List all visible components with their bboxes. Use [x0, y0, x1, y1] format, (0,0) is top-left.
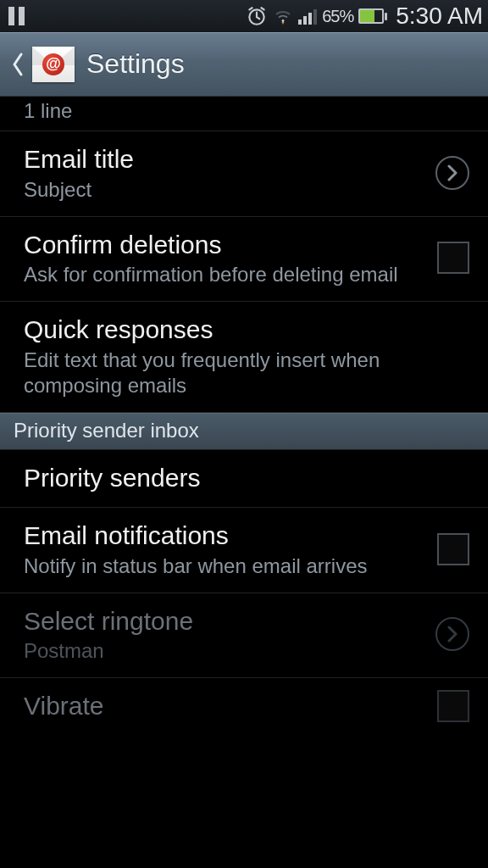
confirm-deletions-checkbox[interactable]: [437, 242, 469, 274]
vibrate-checkbox[interactable]: [437, 690, 469, 722]
email-notifications-checkbox[interactable]: [437, 533, 469, 565]
select-ringtone-label: Select ringtone: [24, 605, 425, 637]
battery-percent: 65%: [322, 7, 353, 26]
signal-icon: [298, 8, 317, 25]
priority-senders-row[interactable]: Priority senders: [0, 450, 488, 509]
chevron-right-icon: [435, 617, 469, 651]
status-clock: 5:30 AM: [396, 3, 483, 30]
quick-responses-label: Quick responses: [24, 314, 459, 346]
email-notifications-label: Email notifications: [24, 520, 427, 552]
confirm-deletions-row[interactable]: Confirm deletions Ask for confirmation b…: [0, 217, 488, 303]
prev-item-sub: 1 line: [24, 98, 459, 124]
chevron-right-icon: [435, 156, 469, 190]
vibrate-row[interactable]: Vibrate: [0, 678, 488, 736]
quick-responses-sub: Edit text that you frequently insert whe…: [24, 348, 459, 398]
select-ringtone-row[interactable]: Select ringtone Postman: [0, 593, 488, 679]
email-title-row[interactable]: Email title Subject: [0, 131, 488, 217]
confirm-deletions-label: Confirm deletions: [24, 229, 427, 261]
email-app-icon-symbol: @: [42, 53, 64, 75]
page-title: Settings: [86, 48, 185, 80]
battery-icon: [358, 8, 387, 24]
pause-icon: [5, 7, 25, 25]
email-notifications-sub: Notify in status bar when email arrives: [24, 554, 427, 579]
status-bar: 65% 5:30 AM: [0, 0, 488, 32]
prev-item-partial[interactable]: 1 line: [0, 97, 488, 131]
quick-responses-row[interactable]: Quick responses Edit text that you frequ…: [0, 302, 488, 413]
alarm-icon: [246, 5, 268, 27]
wifi-icon: [273, 6, 293, 26]
settings-list: 1 line Email title Subject Confirm delet…: [0, 97, 488, 736]
confirm-deletions-sub: Ask for confirmation before deleting ema…: [24, 262, 427, 287]
action-bar: @ Settings: [0, 32, 488, 97]
section-priority-sender-inbox: Priority sender inbox: [0, 413, 488, 450]
email-title-label: Email title: [24, 143, 425, 175]
priority-senders-label: Priority senders: [24, 462, 459, 494]
email-title-value: Subject: [24, 177, 425, 203]
select-ringtone-value: Postman: [24, 638, 425, 664]
email-notifications-row[interactable]: Email notifications Notify in status bar…: [0, 508, 488, 593]
vibrate-label: Vibrate: [24, 690, 427, 722]
back-button[interactable]: [8, 47, 27, 81]
email-app-icon[interactable]: @: [32, 47, 75, 82]
